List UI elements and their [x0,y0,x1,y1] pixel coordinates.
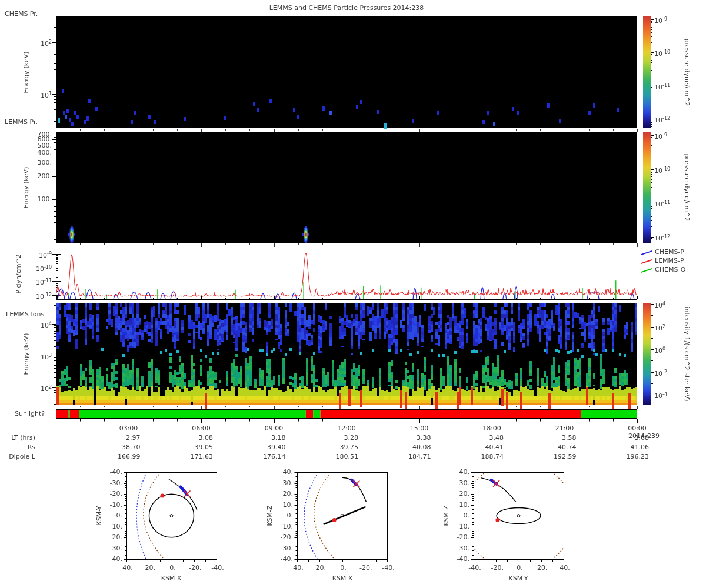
figure: LEMMS and CHEMS Particle Pressures 2014:… [0,0,706,588]
row-value-1: 39.05 [195,443,214,451]
legend-label-chems-p: CHEMS-P [655,248,684,256]
row-value-2: 192.59 [554,453,577,460]
orbit3-ytick-label: -20. [457,533,469,541]
sunlight-label: Sunlight? [15,410,45,417]
panel1-label: CHEMS Pr. [5,10,38,18]
orbit2-ylabel: KSM-Z [266,505,274,526]
time-tick-label: 21:00 [555,425,574,432]
orbit1-ytick-label: -30. [110,479,122,487]
orbit1-xtick-label: 0. [169,564,176,572]
orbit2-xtick-label: -40. [382,564,394,572]
row-value-0: 3.08 [199,434,214,442]
orbit2-ytick-label: 20. [283,490,294,497]
p3-ytick-label: 10-12 [36,290,52,300]
colorbar3-tick-label: 10-4 [654,390,667,400]
row-value-2: 184.71 [408,453,431,460]
row-value-1: 39.40 [267,443,286,451]
p3-ytick-label: 10-9 [39,249,52,259]
orbit3-xlabel: KSM-Y [508,574,528,582]
orbit3-xtick-label: -40. [468,564,481,572]
colorbar3-tick-label: 104 [654,299,665,309]
colorbar2-label: pressure dyne/cm^2 [683,154,691,222]
orbit2-ytick-label: -40. [281,555,293,563]
panel1-ylabel: Energy (keV) [22,52,30,93]
row-value-1: 40.41 [485,443,504,451]
orbit3-ytick-label: 20. [459,490,470,497]
orbit2-xtick-label: 40. [293,564,304,572]
row-value-1: 40.74 [558,443,577,451]
orbit1-ytick-label: -10. [110,501,122,509]
orbit1-ytick-label: -40. [110,468,122,476]
orbit2-ytick-label: -10. [281,523,293,530]
colorbar2-tick-label: 10-10 [654,165,670,175]
row-value-0: 3.68 [635,434,650,442]
time-tick-label: 03:00 [119,425,138,432]
colorbar2-tick-label: 10-12 [654,232,670,242]
orbit3-xtick-label: 40. [560,564,570,572]
row-value-0: 3.18 [271,434,286,442]
row-label-lt: LT (hrs) [11,434,35,442]
orbit2-xtick-label: 20. [316,564,327,572]
p2-ytick-label: 100. [38,195,52,203]
time-tick-label: 06:00 [192,425,211,432]
colorbar3-tick-label: 102 [654,322,665,332]
p4-ytick-label: 102 [41,383,52,393]
figure-canvas [0,0,706,588]
orbit2-ytick-label: 10. [283,501,294,509]
time-tick-label: 15:00 [410,425,429,432]
orbit3-ylabel: KSM-Z [442,505,450,526]
p2-ytick-label: 400. [38,149,52,156]
row-value-1: 40.08 [412,443,431,451]
panel3-ylabel: P dyn/cm^2 [15,254,22,293]
panel2-ylabel: Energy (keV) [22,167,30,209]
orbit3-xtick-label: 0. [517,564,523,572]
orbit1-xtick-label: -20. [189,564,201,572]
orbit2-ytick-label: -20. [281,533,293,541]
row-value-0: 2.97 [126,434,141,442]
row-value-1: 38.70 [122,443,141,451]
p1-ytick-label: 102 [41,38,52,48]
row-value-2: 166.99 [118,453,141,460]
p2-ytick-label: 200. [38,172,52,180]
orbit2-ytick-label: 30. [283,479,294,487]
time-tick-label: 12:00 [337,425,356,432]
p4-ytick-label: 103 [41,351,52,361]
colorbar1-tick-label: 10-10 [654,48,670,58]
orbit2-ytick-label: 40. [283,468,294,476]
colorbar1-tick-label: 10-11 [654,81,670,91]
orbit3-ytick-label: 40. [459,468,470,476]
row-label-dipole: Dipole L [9,453,35,460]
orbit1-ytick-label: 40. [112,555,123,563]
orbit3-ytick-label: -30. [457,544,469,552]
row-value-0: 3.28 [344,434,359,442]
orbit3-xtick-label: 20. [537,564,548,572]
legend-label-lemms-p: LEMMS-P [655,257,684,265]
orbit1-xlabel: KSM-X [161,574,182,582]
colorbar2-tick-label: 10-9 [654,131,667,141]
orbit1-ytick-label: 10. [112,523,123,530]
orbit2-ytick-label: -30. [281,544,293,552]
p4-ytick-label: 104 [41,319,52,329]
colorbar3-tick-label: 100 [654,345,665,355]
colorbar2-tick-label: 10-11 [654,198,670,208]
orbit2-xtick-label: -20. [359,564,372,572]
orbit1-xtick-label: 20. [145,564,156,572]
orbit3-xtick-label: -20. [491,564,504,572]
time-tick-label: 09:00 [265,425,284,432]
row-value-2: 176.14 [263,453,286,460]
p2-ytick-label: 300. [38,159,52,166]
orbit1-ytick-label: -20. [110,490,122,497]
row-value-1: 41.06 [631,443,650,451]
orbit1-ylabel: KSM-Y [95,506,103,525]
orbit2-ytick-label: 0. [287,512,294,519]
row-value-2: 196.23 [627,453,650,460]
legend-label-chems-o: CHEMS-O [655,266,685,273]
p3-ytick-label: 10-11 [36,276,52,286]
orbit2-xtick-label: 0. [340,564,347,572]
time-tick-label: 00:00 [628,425,647,432]
row-label-rs: Rs [28,443,35,451]
colorbar3-tick-label: 10-2 [654,368,667,377]
colorbar1-label: pressure dyne/cm^2 [683,39,691,106]
panel4-ylabel: Energy (keV) [22,333,30,375]
row-value-0: 3.38 [417,434,431,442]
